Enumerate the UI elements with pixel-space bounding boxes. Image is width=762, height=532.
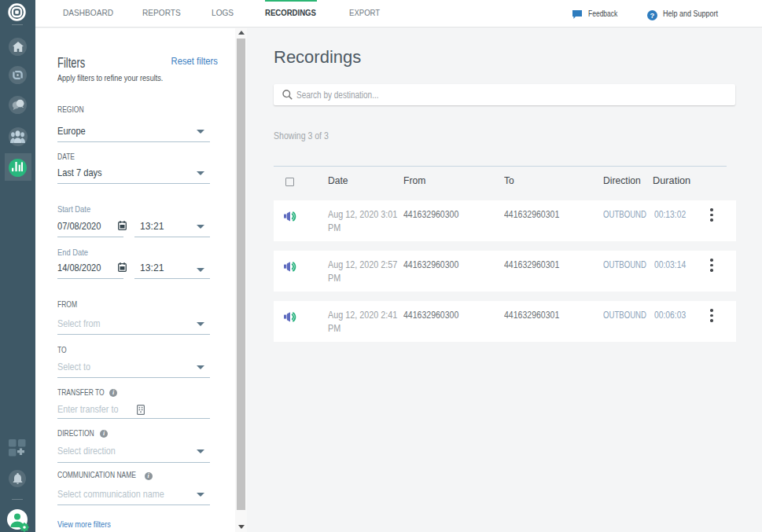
svg-text:?: ? — [650, 11, 655, 20]
